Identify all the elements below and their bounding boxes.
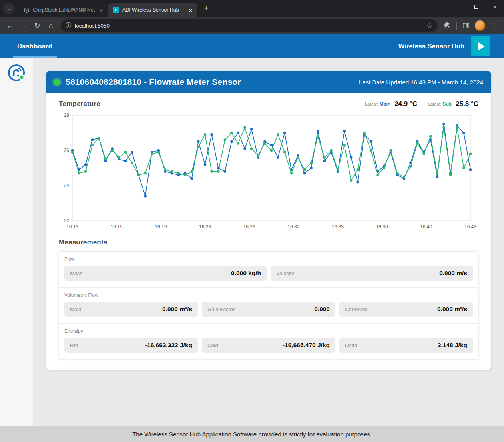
status-dot [54, 79, 60, 85]
x-tick-label: 16:40 [420, 224, 432, 230]
series-sub-point [283, 151, 286, 154]
new-tab-button[interactable]: + [201, 3, 212, 14]
series-sub-point [71, 151, 74, 154]
back-button[interactable]: ← [3, 19, 17, 32]
series-main-point [270, 144, 273, 147]
series-sub-point [164, 168, 167, 171]
series-sub-point [197, 146, 200, 148]
toolbar-divider [456, 22, 457, 30]
series-sub-point [91, 144, 94, 147]
series-sub-point [151, 153, 153, 156]
nav-dashboard-label: Dashboard [17, 42, 52, 50]
series-sub-point [436, 172, 439, 175]
adi-favicon-icon: ▶ [113, 7, 119, 13]
tab-close-icon[interactable]: × [98, 6, 105, 14]
series-main-point [283, 132, 286, 134]
bookmark-star-icon[interactable]: ☆ [426, 22, 432, 30]
browser-menu-icon[interactable]: ⋮ [487, 19, 501, 32]
x-tick-label: 16:36 [376, 224, 388, 230]
maximize-button[interactable] [467, 0, 486, 14]
tab-adi-hub[interactable]: ▶ ADI Wireless Sensor Hub × [108, 3, 197, 17]
minimize-button[interactable] [449, 0, 467, 14]
sensor-card-body: Temperature Latest Main 24.9 °C Latest S… [46, 93, 491, 370]
series-main-point [191, 177, 193, 180]
tab-label: ADI Wireless Sensor Hub [122, 7, 185, 13]
series-main-point [243, 147, 246, 150]
series-sub-point [416, 142, 419, 145]
extensions-icon[interactable] [440, 19, 454, 32]
group-label: Flow [64, 256, 473, 262]
field-value: 0.000 m³/s [437, 306, 467, 313]
series-main-point [343, 130, 346, 132]
adi-logo-button[interactable] [471, 36, 490, 56]
tab-chirpstack[interactable]: ChirpStack LoRaWAN® Networ × [18, 3, 108, 17]
series-sub-point [257, 154, 260, 157]
sidebar [0, 58, 33, 426]
latest-sub-value: 25.8 °C [456, 100, 478, 108]
site-info-icon[interactable]: ⓘ [66, 22, 71, 29]
measurement-group-enthalpy: Enthalpy Hot -16,663.322 J/kg Cold -16,6… [59, 323, 478, 359]
series-sub-point [297, 156, 299, 159]
series-sub-point [237, 142, 240, 145]
y-tick-label: 28 [64, 112, 70, 118]
x-tick-label: 16:33 [332, 224, 344, 230]
latest-main-value: 24.9 °C [394, 100, 417, 108]
series-main-point [204, 163, 207, 166]
series-sub-point [263, 142, 266, 145]
sensor-title: 5810604082801810 - Flowrate Meter Sensor [66, 77, 241, 87]
profile-avatar[interactable] [475, 20, 485, 31]
series-sub-point [363, 132, 366, 134]
field-gain-factor: Gain Factor 0.000 [202, 302, 335, 317]
series-main-point [250, 128, 253, 131]
x-tick-label: 16:23 [199, 224, 211, 230]
series-sub-point [390, 149, 392, 152]
chirpstack-favicon-icon [23, 7, 30, 13]
series-sub-point [104, 158, 107, 161]
main-content: 5810604082801810 - Flowrate Meter Sensor… [33, 58, 504, 426]
field-label: Velocity [276, 270, 294, 276]
latest-main-name: Main [380, 101, 390, 107]
browser-toolbar: ← → ↻ ⌂ ⓘ localhost:5050 ☆ ⋮ [0, 17, 504, 34]
close-window-button[interactable]: × [486, 0, 504, 14]
series-sub-point [250, 147, 253, 150]
series-sub-point [449, 174, 452, 176]
series-sub-point [343, 144, 346, 147]
field-cold: Cold -16,665.470 J/kg [202, 338, 335, 353]
forward-button[interactable]: → [17, 19, 30, 32]
series-main-point [357, 181, 359, 184]
temperature-chart: 2826242216:1316:1516:1916:2316:2616:3016… [59, 111, 478, 232]
home-button[interactable]: ⌂ [44, 19, 58, 32]
tab-close-icon[interactable]: × [187, 6, 194, 14]
tab-strip: ⌄ ChirpStack LoRaWAN® Networ × ▶ ADI Wir… [0, 0, 504, 17]
url-text[interactable]: localhost:5050 [75, 23, 426, 29]
app-navbar: Dashboard Wireless Sensor Hub [0, 34, 504, 58]
x-tick-label: 16:43 [464, 224, 476, 230]
temperature-section-head: Temperature Latest Main 24.9 °C Latest S… [59, 100, 478, 108]
active-nav-underline [13, 56, 57, 58]
tab-search-button[interactable]: ⌄ [3, 3, 14, 14]
field-main: Main 0.000 m³/s [64, 302, 198, 317]
series-sub-point [277, 133, 279, 136]
play-triangle-icon [478, 42, 485, 50]
series-main-point [462, 132, 465, 134]
series-main-point [317, 130, 319, 132]
x-tick-label: 16:13 [66, 224, 78, 230]
field-mass: Mass 0.000 kg/h [64, 266, 267, 281]
field-value: -16,663.322 J/kg [145, 342, 192, 349]
series-sub-point [442, 126, 445, 129]
temperature-title: Temperature [59, 100, 100, 108]
temperature-legend: Latest Main 24.9 °C Latest Sub 25.8 °C [365, 100, 478, 108]
series-sub-point [243, 126, 246, 129]
series-main-point [469, 168, 472, 171]
flow-sensor-logo-icon[interactable] [7, 63, 26, 84]
series-sub-point [171, 170, 173, 173]
series-sub-point [118, 156, 120, 159]
series-sub-point [78, 172, 80, 175]
series-sub-point [124, 151, 127, 154]
reload-button[interactable]: ↻ [30, 19, 44, 32]
side-panel-icon[interactable] [459, 19, 473, 32]
y-tick-label: 22 [64, 218, 70, 224]
field-value: 0.000 m/s [439, 270, 467, 277]
nav-dashboard[interactable]: Dashboard [17, 34, 52, 58]
address-bar[interactable]: ⓘ localhost:5050 ☆ [61, 19, 437, 32]
